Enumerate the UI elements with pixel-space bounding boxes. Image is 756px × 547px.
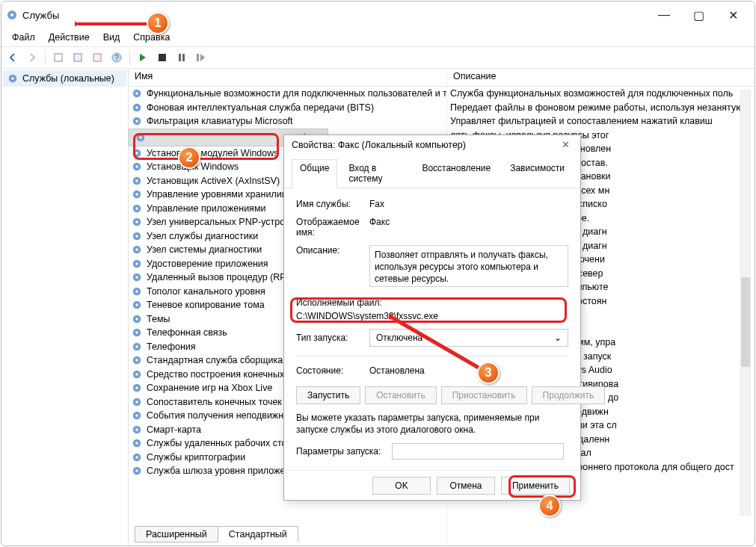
svg-rect-8 bbox=[179, 54, 181, 61]
back-button[interactable] bbox=[4, 49, 21, 66]
svg-rect-7 bbox=[159, 54, 166, 61]
pause-service-icon[interactable] bbox=[173, 49, 190, 66]
svg-point-16 bbox=[135, 106, 138, 109]
start-button[interactable]: Запустить bbox=[296, 386, 360, 404]
label-executable: Исполняемый файл: bbox=[296, 297, 568, 308]
chevron-down-icon: ⌄ bbox=[554, 333, 562, 343]
tab-general[interactable]: Общие bbox=[292, 159, 337, 188]
titlebar: Службы — ▢ ✕ bbox=[1, 1, 755, 28]
value-service-name: Fax bbox=[369, 199, 568, 209]
value-state: Остановлена bbox=[369, 365, 568, 376]
svg-point-36 bbox=[135, 249, 138, 252]
column-header-desc[interactable]: Описание bbox=[447, 69, 755, 87]
startup-type-select[interactable]: Отключена ⌄ bbox=[369, 329, 568, 347]
ok-button[interactable]: OK bbox=[372, 477, 431, 495]
svg-point-52 bbox=[135, 359, 138, 362]
svg-point-56 bbox=[135, 387, 138, 390]
svg-point-40 bbox=[135, 276, 138, 279]
apply-button[interactable]: Применить bbox=[501, 477, 570, 495]
stop-button[interactable]: Остановить bbox=[365, 386, 437, 404]
tab-standard[interactable]: Стандартный bbox=[218, 526, 298, 543]
svg-point-42 bbox=[135, 290, 138, 293]
scrollbar-thumb[interactable] bbox=[741, 277, 750, 367]
svg-point-64 bbox=[135, 442, 138, 445]
stop-service-icon[interactable] bbox=[154, 49, 170, 66]
svg-point-26 bbox=[135, 179, 138, 182]
tree-label: Службы (локальные) bbox=[22, 73, 114, 84]
pause-button[interactable]: Приостановить bbox=[441, 386, 527, 404]
view-tabs: Расширенный Стандартный bbox=[135, 526, 298, 543]
startup-params-input[interactable] bbox=[392, 443, 564, 460]
svg-point-54 bbox=[135, 373, 138, 376]
svg-point-32 bbox=[135, 221, 138, 224]
service-desc: Управляет фильтрацией и сопоставлением н… bbox=[447, 114, 755, 129]
left-panel: Службы (локальные) bbox=[1, 69, 129, 546]
menu-view[interactable]: Вид bbox=[97, 31, 126, 44]
start-service-icon[interactable] bbox=[135, 49, 151, 66]
svg-point-24 bbox=[135, 166, 138, 169]
resume-button[interactable]: Продолжить bbox=[532, 386, 606, 404]
startup-params-hint: Вы можете указать параметры запуска, при… bbox=[296, 412, 568, 436]
maximize-button[interactable]: ▢ bbox=[681, 4, 716, 26]
svg-point-46 bbox=[135, 318, 138, 321]
svg-point-18 bbox=[135, 120, 138, 123]
dialog-tabs: Общие Вход в систему Восстановление Зави… bbox=[284, 155, 580, 188]
svg-point-44 bbox=[135, 304, 138, 307]
svg-rect-2 bbox=[55, 54, 62, 61]
label-service-name: Имя службы: bbox=[296, 199, 363, 209]
svg-text:?: ? bbox=[114, 54, 119, 62]
svg-point-22 bbox=[135, 152, 138, 155]
svg-point-12 bbox=[11, 77, 14, 80]
refresh-icon[interactable] bbox=[70, 49, 86, 66]
minimize-button[interactable]: — bbox=[647, 4, 681, 26]
svg-point-20 bbox=[139, 136, 142, 139]
tab-dependencies[interactable]: Зависимости bbox=[502, 159, 573, 188]
startup-type-value: Отключена bbox=[376, 333, 422, 343]
cancel-button[interactable]: Отмена bbox=[437, 477, 495, 495]
tab-logon[interactable]: Вход в систему bbox=[340, 159, 411, 188]
svg-point-50 bbox=[135, 345, 138, 348]
label-startup-type: Тип запуска: bbox=[296, 333, 363, 343]
value-executable: C:\WINDOWS\system32\fxssvc.exe bbox=[296, 311, 568, 321]
window-controls: — ▢ ✕ bbox=[647, 4, 750, 26]
menu-action[interactable]: Действие bbox=[43, 31, 96, 44]
svg-rect-9 bbox=[182, 54, 185, 61]
service-row[interactable]: Фильтрация клавиатуры Microsoft bbox=[129, 114, 446, 129]
svg-point-38 bbox=[135, 262, 138, 265]
svg-point-68 bbox=[135, 470, 138, 473]
svg-point-66 bbox=[135, 456, 138, 459]
window-title: Службы bbox=[22, 10, 59, 21]
props-icon[interactable] bbox=[50, 49, 67, 66]
help-icon[interactable]: ? bbox=[108, 49, 125, 66]
tab-recovery[interactable]: Восстановление bbox=[414, 159, 499, 188]
value-display-name: Факс bbox=[369, 217, 568, 227]
gear-icon bbox=[7, 73, 18, 84]
menu-help[interactable]: Справка bbox=[127, 31, 176, 44]
column-header-name[interactable]: Имя bbox=[129, 69, 446, 87]
menu-file[interactable]: Файл bbox=[6, 31, 41, 44]
value-description: Позволяет отправлять и получать факсы, и… bbox=[369, 245, 568, 287]
svg-point-58 bbox=[135, 401, 138, 404]
svg-point-60 bbox=[135, 415, 138, 418]
properties-dialog: Свойства: Факс (Локальный компьютер) ✕ О… bbox=[283, 135, 581, 501]
menubar: Файл Действие Вид Справка bbox=[1, 28, 755, 46]
service-row[interactable]: Функциональные возможности для подключен… bbox=[129, 87, 446, 101]
service-desc: Служба функциональных возможностей для п… bbox=[447, 87, 755, 101]
svg-point-14 bbox=[135, 93, 138, 96]
svg-point-1 bbox=[10, 13, 13, 16]
label-display-name: Отображаемое имя: bbox=[296, 217, 363, 238]
svg-rect-4 bbox=[93, 54, 101, 61]
gear-icon bbox=[6, 9, 18, 21]
forward-button[interactable] bbox=[24, 49, 40, 66]
tab-extended[interactable]: Расширенный bbox=[135, 526, 218, 543]
svg-point-48 bbox=[135, 332, 138, 335]
scrollbar-vertical[interactable] bbox=[740, 90, 751, 516]
tree-services-local[interactable]: Службы (локальные) bbox=[3, 70, 126, 87]
close-button[interactable]: ✕ bbox=[716, 4, 750, 26]
restart-service-icon[interactable] bbox=[193, 49, 209, 66]
label-state: Состояние: bbox=[296, 365, 363, 376]
service-row[interactable]: Фоновая интеллектуальная служба передачи… bbox=[129, 101, 446, 115]
export-icon[interactable] bbox=[89, 49, 105, 66]
dialog-titlebar: Свойства: Факс (Локальный компьютер) ✕ bbox=[284, 135, 580, 155]
dialog-close-icon[interactable]: ✕ bbox=[558, 139, 573, 150]
